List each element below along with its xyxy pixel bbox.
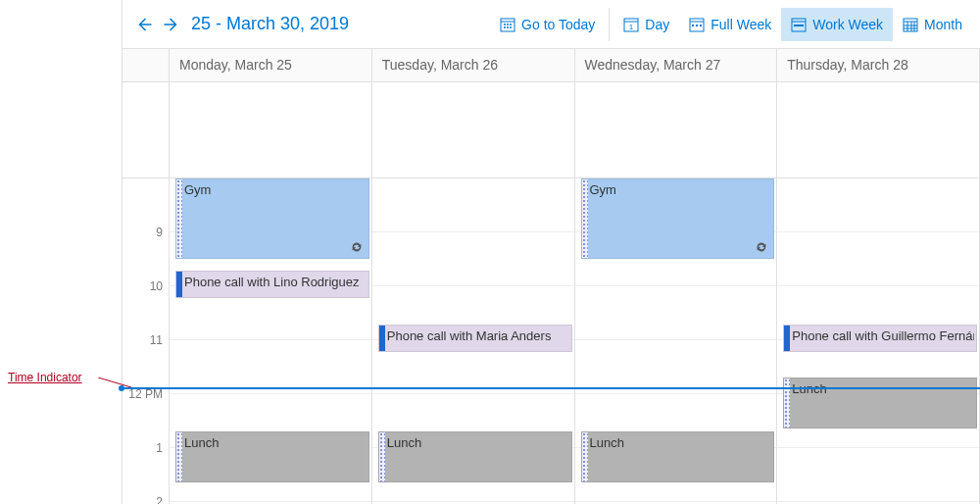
prev-week-button[interactable] (130, 11, 158, 38)
event-title: Phone call with Lino Rodriguez (184, 275, 367, 297)
calendar-workweek-icon (791, 17, 807, 32)
view-fullweek-label: Full Week (710, 17, 771, 32)
allday-cell[interactable] (372, 82, 575, 177)
date-range-label[interactable]: 25 - March 30, 2019 (191, 14, 349, 34)
event-status-stripe (582, 179, 588, 258)
recurring-icon (755, 240, 768, 254)
allday-cell[interactable] (777, 82, 980, 177)
arrow-left-icon (135, 16, 153, 33)
event-phone[interactable]: Phone call with Guillermo Fernández (783, 325, 977, 352)
annotation-leader-line (98, 378, 131, 387)
go-to-today-label: Go to Today (521, 17, 595, 32)
view-workweek-button[interactable]: Work Week (781, 8, 893, 41)
event-status-stripe (176, 179, 182, 258)
day-header[interactable]: Thursday, March 28 (777, 49, 980, 81)
svg-text:1: 1 (629, 23, 634, 31)
event-gym[interactable]: Gym (175, 178, 369, 259)
event-status-stripe (379, 432, 385, 481)
view-workweek-label: Work Week (812, 17, 883, 32)
view-day-label: Day (645, 17, 669, 32)
event-lunch[interactable]: Lunch (175, 431, 369, 482)
view-month-label: Month (924, 17, 962, 32)
event-title: Phone call with Maria Anders (387, 328, 569, 351)
event-title: Gym (184, 182, 367, 258)
event-title: Gym (590, 182, 772, 258)
event-lunch[interactable]: Lunch (783, 378, 977, 428)
time-gutter-header (122, 49, 170, 81)
go-to-today-button[interactable]: Go to Today (490, 8, 605, 41)
svg-point-5 (510, 24, 512, 25)
recurring-icon (350, 240, 364, 254)
time-gutter: 9 10 11 12 PM 1 2 (122, 178, 170, 504)
hour-label (122, 178, 169, 232)
calendar-today-icon (500, 17, 515, 32)
svg-point-8 (510, 26, 512, 28)
svg-rect-19 (794, 25, 804, 26)
event-status-bar (176, 272, 182, 297)
day-header[interactable]: Tuesday, March 26 (372, 49, 575, 81)
next-week-button[interactable] (158, 11, 185, 38)
event-phone[interactable]: Phone call with Lino Rodriguez (175, 271, 369, 298)
day-column-wednesday[interactable]: Gym Lunch (575, 178, 778, 504)
calendar-day-icon: 1 (623, 17, 639, 32)
day-column-monday[interactable]: Gym Phone call with Lino Rodriguez Lunch (170, 178, 372, 504)
hour-label: 9 (122, 232, 169, 286)
day-header[interactable]: Wednesday, March 27 (575, 49, 778, 81)
hour-label: 1 (122, 448, 169, 502)
event-status-bar (379, 326, 385, 351)
event-phone[interactable]: Phone call with Maria Anders (378, 325, 572, 352)
arrow-right-icon (163, 16, 180, 33)
hour-label: 12 PM (122, 394, 169, 448)
annotation-label: Time Indicator (8, 371, 82, 384)
event-status-stripe (176, 432, 182, 481)
allday-row (122, 82, 980, 178)
svg-line-0 (98, 378, 131, 387)
event-lunch[interactable]: Lunch (581, 431, 775, 482)
svg-rect-14 (692, 25, 694, 26)
svg-point-3 (504, 24, 506, 25)
day-header[interactable]: Monday, March 25 (170, 49, 372, 81)
svg-rect-15 (696, 25, 698, 26)
allday-cell[interactable] (575, 82, 778, 177)
day-column-tuesday[interactable]: Phone call with Maria Anders Lunch (372, 178, 575, 504)
svg-point-7 (507, 26, 509, 28)
calendar-toolbar: 25 - March 30, 2019 Go to Today 1 Day Fu… (122, 0, 980, 49)
hour-label: 10 (122, 286, 169, 340)
svg-point-4 (507, 24, 509, 25)
allday-gutter (122, 82, 170, 177)
toolbar-separator (609, 8, 610, 41)
event-title: Lunch (387, 435, 569, 481)
event-title: Lunch (590, 435, 772, 481)
day-column-thursday[interactable]: Phone call with Guillermo Fernández Lunc… (777, 178, 980, 504)
event-status-stripe (582, 432, 588, 481)
allday-cell[interactable] (170, 82, 372, 177)
svg-rect-16 (700, 25, 702, 26)
calendar-view: 25 - March 30, 2019 Go to Today 1 Day Fu… (122, 0, 980, 504)
event-status-stripe (784, 378, 790, 428)
event-status-bar (784, 326, 790, 351)
view-day-button[interactable]: 1 Day (613, 8, 679, 41)
calendar-fullweek-icon (689, 17, 705, 32)
time-grid: 9 10 11 12 PM 1 2 Gym Phone call with Li… (122, 178, 980, 504)
calendar-month-icon (903, 17, 918, 32)
event-gym[interactable]: Gym (581, 178, 775, 259)
time-indicator-line (122, 387, 980, 389)
view-fullweek-button[interactable]: Full Week (679, 8, 781, 41)
event-title: Lunch (184, 435, 367, 481)
event-lunch[interactable]: Lunch (378, 431, 572, 482)
event-title: Phone call with Guillermo Fernández (792, 328, 974, 351)
view-month-button[interactable]: Month (893, 8, 972, 41)
svg-point-6 (504, 26, 506, 28)
day-header-row: Monday, March 25 Tuesday, March 26 Wedne… (122, 49, 980, 82)
